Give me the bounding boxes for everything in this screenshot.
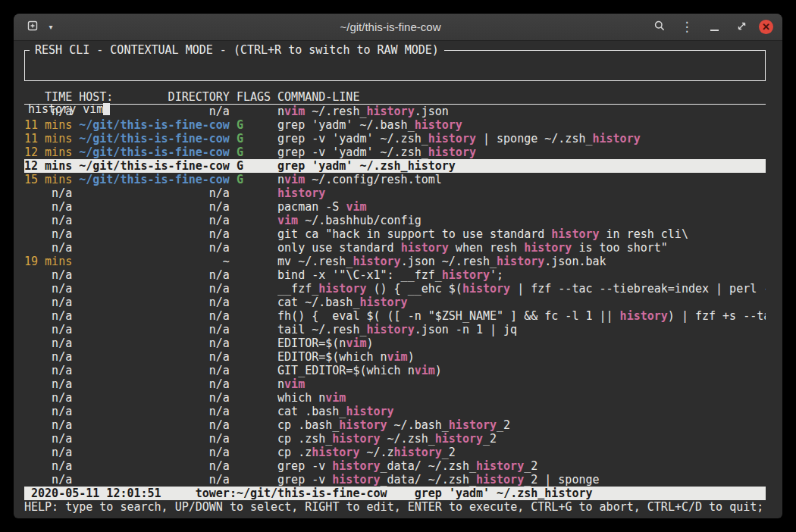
row-time: n/a: [24, 200, 72, 214]
row-time: n/a: [24, 282, 72, 296]
history-row[interactable]: n/an/aonly use standard history when res…: [24, 241, 766, 255]
row-time: n/a: [24, 268, 72, 282]
history-row[interactable]: n/an/afh() { eval $( ([ -n "$ZSH_NAME" ]…: [24, 309, 766, 323]
row-host-directory: n/a: [79, 391, 230, 405]
row-time: 12 mins: [24, 159, 72, 173]
row-command: bind -x '"\C-x1": __fzf_history';: [277, 268, 766, 282]
row-time: n/a: [24, 405, 72, 418]
row-time: n/a: [24, 364, 72, 377]
history-row[interactable]: n/an/aEDITOR=$(which nvim): [24, 350, 766, 364]
history-row[interactable]: n/an/awhich nvim: [24, 391, 766, 405]
row-flags: [237, 214, 271, 227]
history-row-selected[interactable]: 12 mins~/git/this-is-fine-cowGgrep 'yadm…: [24, 159, 766, 173]
row-flags: [237, 446, 271, 459]
search-box-legend: RESH CLI - CONTEXTUAL MODE - (CTRL+R to …: [30, 44, 444, 56]
row-flags: [237, 323, 271, 336]
row-host-directory: ~/git/this-is-fine-cow: [79, 146, 230, 159]
search-query: history vim: [28, 102, 103, 116]
titlebar: ▾ ~/git/this-is-fine-cow ⋮ ✕: [14, 14, 782, 41]
row-flags: [237, 405, 271, 418]
row-command: nvim: [277, 377, 766, 391]
history-row[interactable]: n/an/ahistory: [24, 186, 766, 200]
row-host-directory: n/a: [79, 459, 230, 473]
match-highlight: history: [346, 405, 393, 418]
match-highlight: history: [394, 446, 442, 459]
row-command: __fzf_history () { __ehc $(history | fzf…: [277, 282, 766, 296]
match-highlight: vim: [387, 350, 408, 364]
row-flags: [237, 473, 271, 487]
row-time: n/a: [24, 418, 72, 432]
status-bar: 2020-05-11 12:01:51 tower:~/git/this-is-…: [24, 487, 766, 500]
row-host-directory: n/a: [79, 350, 230, 364]
match-highlight: history: [428, 146, 476, 159]
kebab-menu-icon: ⋮: [681, 20, 694, 33]
close-button[interactable]: ✕: [759, 20, 773, 34]
row-command: cp .zsh_history ~/.zsh_history_2: [277, 432, 766, 446]
row-time: n/a: [24, 309, 72, 323]
history-row[interactable]: n/an/agit ca "hack in support to use sta…: [24, 227, 766, 241]
history-row[interactable]: n/an/acp .bash_history ~/.bash_history_2: [24, 418, 766, 432]
match-highlight: vim: [277, 214, 298, 227]
match-highlight: history: [408, 159, 456, 173]
history-row[interactable]: n/an/aEDITOR=$(nvim): [24, 336, 766, 350]
row-command: cat ~/.bash_history: [277, 296, 766, 309]
row-flags: [237, 377, 271, 391]
row-time: n/a: [24, 446, 72, 459]
new-terminal-dropdown-button[interactable]: ▾: [45, 17, 57, 37]
history-row[interactable]: n/an/acat .bash_history: [24, 405, 766, 418]
history-row[interactable]: 12 mins~/git/this-is-fine-cowGgrep -v 'y…: [24, 146, 766, 159]
row-flags: [237, 255, 271, 268]
row-flags: [237, 364, 271, 377]
history-row[interactable]: n/an/agrep -v history_data/ ~/.zsh_histo…: [24, 473, 766, 487]
row-time: 12 mins: [24, 146, 72, 159]
row-command: EDITOR=$(nvim): [277, 336, 766, 350]
new-terminal-button[interactable]: [23, 17, 42, 37]
restore-button[interactable]: [732, 17, 751, 37]
menu-button[interactable]: ⋮: [677, 17, 697, 37]
history-row[interactable]: n/an/avim ~/.bashhub/config: [24, 214, 766, 227]
row-host-directory: n/a: [79, 241, 230, 255]
row-command: pacman -S vim: [277, 200, 766, 214]
search-button[interactable]: [650, 17, 669, 37]
row-host-directory: ~/git/this-is-fine-cow: [79, 173, 230, 186]
match-highlight: vim: [325, 391, 346, 405]
history-row[interactable]: n/an/acp .zsh_history ~/.zsh_history_2: [24, 432, 766, 446]
row-flags: [237, 391, 271, 405]
match-highlight: vim: [346, 200, 366, 214]
row-host-directory: n/a: [79, 364, 230, 377]
search-input[interactable]: history vim: [28, 102, 759, 116]
row-command: only use standard history when resh hist…: [277, 241, 766, 255]
row-time: n/a: [24, 459, 72, 473]
history-row[interactable]: n/an/acat ~/.bash_history: [24, 296, 766, 309]
match-highlight: vim: [284, 377, 305, 391]
match-highlight: history: [339, 418, 387, 432]
history-row[interactable]: n/an/abind -x '"\C-x1": __fzf_history';: [24, 268, 766, 282]
match-highlight: history: [366, 323, 414, 336]
row-command: grep -v history_data/ ~/.zsh_history_2: [277, 459, 766, 473]
row-host-directory: n/a: [79, 282, 230, 296]
history-row[interactable]: 15 mins~/git/this-is-fine-cowGnvim ~/.co…: [24, 173, 766, 186]
history-row[interactable]: n/an/aGIT_EDITOR=$(which nvim): [24, 364, 766, 377]
match-highlight: history: [497, 255, 544, 268]
history-row[interactable]: n/an/anvim: [24, 377, 766, 391]
row-command: mv ~/.resh_history.json ~/.resh_history.…: [277, 255, 766, 268]
row-time: n/a: [24, 323, 72, 336]
row-host-directory: n/a: [79, 432, 230, 446]
row-time: n/a: [24, 241, 72, 255]
history-row[interactable]: 19 mins~mv ~/.resh_history.json ~/.resh_…: [24, 255, 766, 268]
close-icon: ✕: [762, 20, 770, 34]
row-command: cp .bash_history ~/.bash_history_2: [277, 418, 766, 432]
minimize-icon: [710, 30, 719, 31]
history-row[interactable]: n/an/apacman -S vim: [24, 200, 766, 214]
history-row[interactable]: n/an/acp .zhistory ~/.zhistory_2: [24, 446, 766, 459]
match-highlight: history: [359, 296, 407, 309]
minimize-button[interactable]: [704, 17, 724, 37]
history-row[interactable]: n/an/agrep -v history_data/ ~/.zsh_histo…: [24, 459, 766, 473]
row-command: nvim ~/.config/resh.toml: [277, 173, 766, 186]
match-highlight: history: [312, 446, 359, 459]
row-host-directory: n/a: [79, 200, 230, 214]
row-command: cat .bash_history: [277, 405, 766, 418]
row-host-directory: n/a: [79, 309, 230, 323]
history-row[interactable]: n/an/a__fzf_history () { __ehc $(history…: [24, 282, 766, 296]
history-row[interactable]: n/an/atail ~/.resh_history.json -n 1 | j…: [24, 323, 766, 336]
